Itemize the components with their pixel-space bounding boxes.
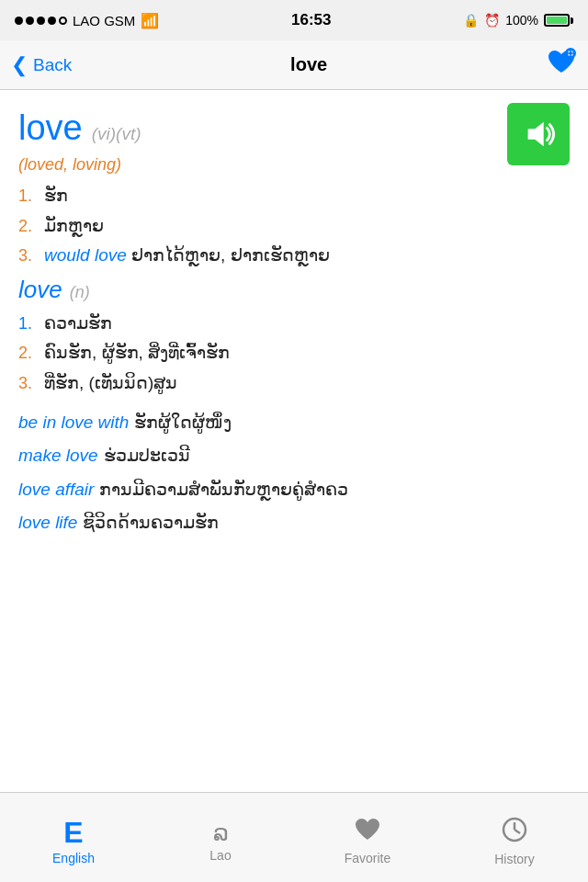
wifi-icon: 📶 [141,12,159,29]
tab-history[interactable]: History [441,808,588,866]
back-label: Back [33,55,72,75]
nav-bar: ❮ Back love [0,40,588,90]
noun-num-2: 2. [18,342,44,365]
tab-bar: E English ລ Lao Favorite History [0,792,588,882]
nav-title: love [290,54,327,75]
noun-pos: (n) [70,283,90,302]
noun-def-2: 2. ຄົນຮັກ, ຜູ້ຮັກ, ສິ່ງທີ່ເຈົ້າຮັກ [18,341,570,366]
word-pos-vi-vt: (vi)(vt) [92,124,141,144]
svg-line-7 [514,830,520,833]
word-heading: love (vi)(vt) [18,108,498,148]
english-tab-icon: E [63,818,83,847]
noun-word: love [18,276,62,304]
phrase-make-love: make love ຮ່ວມປະເວນີ [18,444,570,469]
main-content: love (vi)(vt) (loved, loving) 1. ຮັກ 2. … [0,90,588,797]
noun-num-1: 1. [18,312,44,335]
def-text-2: ມັກຫຼາຍ [44,214,104,239]
phrase-be-in-love: be in love with ຮັກຜູ້ໃດຜູ້ໜຶ່ງ [18,411,570,435]
word-main: love [18,108,83,148]
status-bar: LAO GSM 📶 16:53 🔒 ⏰ 100% [0,0,588,40]
verb-def-list: 1. ຮັກ 2. ມັກຫຼາຍ 3. would love ຢາກໄດ້ຫຼ… [18,184,570,268]
conjugation: (loved, loving) [18,155,570,175]
phrase-val-1: ຮັກຜູ້ໃດຜູ້ໜຶ່ງ [134,411,232,435]
def-phrase-would-love: would love [44,243,127,268]
noun-text-2: ຄົນຮັກ, ຜູ້ຮັກ, ສິ່ງທີ່ເຈົ້າຮັກ [44,341,230,366]
lao-tab-icon: ລ [213,820,229,844]
alarm-icon: ⏰ [484,13,500,28]
phrase-love-affair: love affair ການມີຄວາມສຳພັນກັບຫຼາຍຄູ່ສຳຄວ [18,478,570,503]
heart-plus-icon [546,48,577,75]
signal-dots [15,17,67,25]
sound-button[interactable] [507,103,570,165]
back-chevron-icon: ❮ [11,55,28,75]
noun-heading: love (n) [18,276,570,304]
noun-text-3: ທີ່ຮັກ, (ເທັນນິດ)ສູນ [44,371,177,396]
tab-favorite[interactable]: Favorite [294,809,441,865]
def-num-1: 1. [18,185,44,208]
battery-percent: 100% [505,13,538,28]
verb-def-3: 3. would love ຢາກໄດ້ຫຼາຍ, ຢາກເຮັດຫຼາຍ [18,243,570,268]
noun-def-list: 1. ຄວາມຮັກ 2. ຄົນຮັກ, ຜູ້ຮັກ, ສິ່ງທີ່ເຈົ… [18,311,570,396]
history-tab-label: History [494,852,535,866]
tab-lao[interactable]: ລ Lao [147,813,294,863]
svg-rect-3 [570,51,571,56]
noun-text-1: ຄວາມຮັກ [44,311,112,336]
def-text-1: ຮັກ [44,184,68,209]
phrase-love-life: love life ຊີວິດດ້ານຄວາມຮັກ [18,511,570,536]
carrier-label: LAO GSM [73,13,135,28]
lao-tab-label: Lao [209,848,231,863]
sound-icon [521,117,556,152]
favorite-button[interactable] [546,48,577,82]
back-button[interactable]: ❮ Back [11,55,72,75]
status-right: 🔒 ⏰ 100% [463,13,573,28]
verb-def-1: 1. ຮັກ [18,184,570,209]
def-num-2: 2. [18,215,44,238]
phrase-val-3: ການມີຄວາມສຳພັນກັບຫຼາຍຄູ່ສຳຄວ [99,478,348,503]
lock-icon: 🔒 [463,13,479,28]
status-left: LAO GSM 📶 [15,12,159,29]
phrase-key-2: make love [18,444,98,469]
verb-def-2: 2. ມັກຫຼາຍ [18,214,570,239]
history-tab-icon [501,816,528,848]
tab-english[interactable]: E English [0,810,147,865]
noun-def-3: 3. ທີ່ຮັກ, (ເທັນນິດ)ສູນ [18,371,570,396]
phrase-val-2: ຮ່ວມປະເວນີ [104,444,190,469]
noun-def-1: 1. ຄວາມຮັກ [18,311,570,336]
phrase-key-4: love life [18,511,77,536]
battery-indicator [544,14,573,27]
phrase-val-4: ຊີວິດດ້ານຄວາມຮັກ [83,511,219,536]
def-translation-3: ຢາກໄດ້ຫຼາຍ, ຢາກເຮັດຫຼາຍ [127,243,330,268]
phrases-section: be in love with ຮັກຜູ້ໃດຜູ້ໜຶ່ງ make lov… [18,411,570,536]
status-time: 16:53 [291,11,331,29]
svg-marker-4 [528,122,544,147]
english-tab-label: English [52,851,95,865]
noun-num-3: 3. [18,372,44,395]
phrase-key-3: love affair [18,478,94,503]
phrase-key-1: be in love with [18,411,129,435]
favorite-tab-icon [354,817,381,847]
favorite-tab-label: Favorite [345,851,391,865]
def-num-3: 3. [18,244,44,267]
